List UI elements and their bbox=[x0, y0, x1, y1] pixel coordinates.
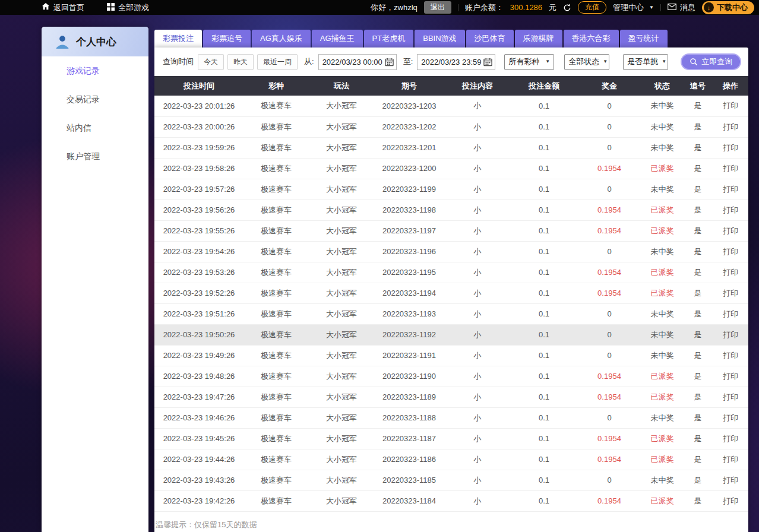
balance-label: 账户余额： bbox=[465, 2, 504, 13]
cell-issue: 20220323-1187 bbox=[374, 428, 444, 449]
cell-action[interactable]: 打印 bbox=[713, 137, 748, 158]
cell-status: 未中奖 bbox=[641, 96, 683, 116]
cell-action[interactable]: 打印 bbox=[713, 283, 748, 303]
tab-item[interactable]: 沙巴体育 bbox=[466, 30, 514, 48]
cell-bet-amount: 0.1 bbox=[511, 158, 577, 179]
cell-chase: 是 bbox=[683, 449, 713, 470]
admin-center-menu[interactable]: 管理中心 ▼ bbox=[613, 2, 654, 13]
refresh-balance-icon[interactable] bbox=[563, 4, 571, 12]
sidebar-item[interactable]: 站内信 bbox=[42, 113, 148, 142]
tab-item[interactable]: 乐游棋牌 bbox=[515, 30, 562, 48]
cell-status: 未中奖 bbox=[641, 324, 683, 345]
tab-item[interactable]: AG真人娱乐 bbox=[252, 30, 311, 48]
cell-bet-time: 2022-03-23 20:00:26 bbox=[154, 116, 243, 137]
cell-bet-content: 小 bbox=[444, 158, 511, 179]
cell-action[interactable]: 打印 bbox=[713, 158, 748, 179]
cell-prize: 0 bbox=[577, 345, 641, 366]
single-select[interactable]: 是否单挑 ▼ bbox=[623, 54, 668, 70]
query-button[interactable]: 立即查询 bbox=[681, 53, 741, 70]
column-header: 追号 bbox=[683, 76, 713, 96]
user-icon bbox=[55, 34, 70, 49]
cell-lottery: 极速赛车 bbox=[243, 407, 309, 428]
column-header: 投注金额 bbox=[511, 76, 577, 96]
cell-action[interactable]: 打印 bbox=[713, 116, 748, 137]
cell-status: 已派奖 bbox=[641, 262, 683, 283]
cell-issue: 20220323-1197 bbox=[374, 220, 444, 241]
tab-item[interactable]: 彩票投注 bbox=[154, 30, 202, 48]
tab-item[interactable]: PT老虎机 bbox=[364, 30, 414, 48]
tab-item[interactable]: 盈亏统计 bbox=[620, 30, 668, 48]
table-row: 2022-03-23 19:47:26极速赛车大小冠军20220323-1189… bbox=[154, 387, 748, 407]
cell-play: 大小冠军 bbox=[309, 158, 374, 179]
balance-value: 300.1286 bbox=[510, 3, 542, 12]
sidebar-item[interactable]: 账户管理 bbox=[42, 142, 148, 170]
cell-chase: 是 bbox=[683, 137, 713, 158]
cell-bet-amount: 0.1 bbox=[511, 137, 577, 158]
recharge-button[interactable]: 充值 bbox=[578, 1, 606, 14]
quick-range-button[interactable]: 最近一周 bbox=[257, 54, 298, 70]
tab-item[interactable]: BBIN游戏 bbox=[415, 30, 464, 48]
home-link[interactable]: 返回首页 bbox=[42, 2, 84, 13]
cell-bet-content: 小 bbox=[444, 283, 511, 303]
cell-lottery: 极速赛车 bbox=[243, 200, 309, 220]
calendar-icon[interactable] bbox=[483, 58, 492, 66]
all-games-link[interactable]: 全部游戏 bbox=[107, 2, 149, 13]
cell-action[interactable]: 打印 bbox=[713, 96, 748, 116]
sidebar-item[interactable]: 游戏记录 bbox=[42, 56, 148, 85]
messages-link[interactable]: 消息 bbox=[668, 2, 695, 13]
download-center-label: 下载中心 bbox=[717, 2, 748, 13]
tab-item[interactable]: 香港六合彩 bbox=[564, 30, 619, 48]
status-select[interactable]: 全部状态 ▼ bbox=[564, 54, 609, 70]
footer-tip: 温馨提示：仅保留15天的数据 bbox=[154, 512, 748, 532]
from-label: 从: bbox=[304, 56, 314, 67]
cell-action[interactable]: 打印 bbox=[713, 407, 748, 428]
table-row: 2022-03-23 19:54:26极速赛车大小冠军20220323-1196… bbox=[154, 241, 748, 262]
cell-bet-time: 2022-03-23 19:48:26 bbox=[154, 366, 243, 387]
cell-action[interactable]: 打印 bbox=[713, 179, 748, 200]
to-date-input[interactable]: 2022/03/23 23:59 bbox=[417, 54, 495, 70]
cell-play: 大小冠军 bbox=[309, 96, 374, 116]
cell-play: 大小冠军 bbox=[309, 449, 374, 470]
cell-action[interactable]: 打印 bbox=[713, 241, 748, 262]
logout-button[interactable]: 退出 bbox=[424, 1, 451, 14]
tab-item[interactable]: AG捕鱼王 bbox=[312, 30, 363, 48]
cell-lottery: 极速赛车 bbox=[243, 324, 309, 345]
cell-action[interactable]: 打印 bbox=[713, 345, 748, 366]
cell-action[interactable]: 打印 bbox=[713, 470, 748, 490]
cell-chase: 是 bbox=[683, 303, 713, 324]
topbar-left: 返回首页 全部游戏 bbox=[42, 2, 149, 13]
cell-prize: 0.1954 bbox=[577, 283, 641, 303]
quick-range-button[interactable]: 昨天 bbox=[227, 54, 254, 70]
cell-prize: 0 bbox=[577, 96, 641, 116]
cell-action[interactable]: 打印 bbox=[713, 490, 748, 511]
cell-chase: 是 bbox=[683, 179, 713, 200]
lottery-select[interactable]: 所有彩种 ▼ bbox=[504, 54, 554, 70]
table-row: 2022-03-23 20:01:26极速赛车大小冠军20220323-1203… bbox=[154, 96, 748, 116]
download-center-button[interactable]: ↓ 下载中心 bbox=[702, 1, 754, 14]
cell-action[interactable]: 打印 bbox=[713, 449, 748, 470]
cell-action[interactable]: 打印 bbox=[713, 366, 748, 387]
filter-bar: 查询时间 今天昨天最近一周 从: 2022/03/23 00:00 至: 202… bbox=[154, 48, 748, 76]
balance-unit: 元 bbox=[549, 2, 556, 13]
cell-issue: 20220323-1198 bbox=[374, 200, 444, 220]
cell-action[interactable]: 打印 bbox=[713, 262, 748, 283]
cell-bet-content: 小 bbox=[444, 490, 511, 511]
cell-bet-amount: 0.1 bbox=[511, 407, 577, 428]
sidebar-item[interactable]: 交易记录 bbox=[42, 85, 148, 113]
quick-range-button[interactable]: 今天 bbox=[198, 54, 224, 70]
tab-item[interactable]: 彩票追号 bbox=[203, 30, 251, 48]
cell-action[interactable]: 打印 bbox=[713, 200, 748, 220]
table-row: 2022-03-23 19:43:26极速赛车大小冠军20220323-1185… bbox=[154, 470, 748, 490]
cell-lottery: 极速赛车 bbox=[243, 283, 309, 303]
cell-action[interactable]: 打印 bbox=[713, 303, 748, 324]
from-date-input[interactable]: 2022/03/23 00:00 bbox=[318, 54, 397, 70]
cell-action[interactable]: 打印 bbox=[713, 220, 748, 241]
cell-bet-amount: 0.1 bbox=[511, 470, 577, 490]
records-card: 查询时间 今天昨天最近一周 从: 2022/03/23 00:00 至: 202… bbox=[154, 48, 748, 532]
cell-chase: 是 bbox=[683, 407, 713, 428]
cell-action[interactable]: 打印 bbox=[713, 324, 748, 345]
cell-action[interactable]: 打印 bbox=[713, 428, 748, 449]
cell-action[interactable]: 打印 bbox=[713, 387, 748, 407]
calendar-icon[interactable] bbox=[385, 58, 394, 66]
cell-bet-time: 2022-03-23 19:58:26 bbox=[154, 158, 243, 179]
